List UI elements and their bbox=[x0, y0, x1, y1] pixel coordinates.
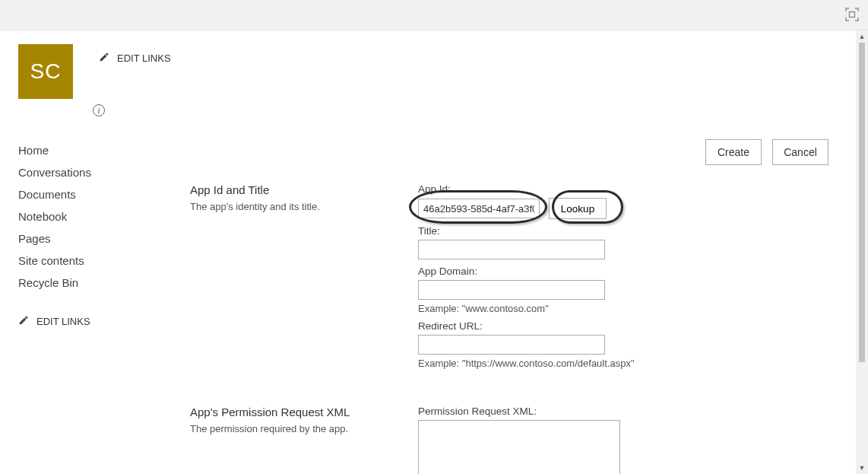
cancel-button[interactable]: Cancel bbox=[772, 139, 828, 165]
create-button[interactable]: Create bbox=[705, 139, 762, 165]
perm-xml-textarea[interactable] bbox=[418, 420, 620, 474]
section-appid-title: App Id and Title bbox=[190, 183, 388, 196]
nav-site-contents[interactable]: Site contents bbox=[18, 250, 170, 272]
lookup-button[interactable]: Lookup bbox=[549, 198, 607, 219]
redirect-url-input[interactable] bbox=[418, 335, 605, 355]
scroll-up-button[interactable]: ▲ bbox=[856, 30, 868, 43]
left-nav: Home Conversations Documents Notebook Pa… bbox=[18, 139, 170, 474]
perm-xml-label: Permission Request XML: bbox=[418, 406, 838, 417]
top-bar bbox=[0, 0, 868, 30]
app-domain-hint: Example: "www.contoso.com" bbox=[418, 303, 838, 314]
redirect-url-hint: Example: "https://www.contoso.com/defaul… bbox=[418, 358, 838, 369]
nav-notebook[interactable]: Notebook bbox=[18, 205, 170, 227]
title-label: Title: bbox=[418, 225, 838, 237]
section-perm-title: App's Permission Request XML bbox=[190, 406, 388, 418]
section-appid-subtitle: The app's identity and its title. bbox=[190, 201, 388, 212]
edit-links-top-label: EDIT LINKS bbox=[117, 52, 171, 64]
pencil-icon bbox=[18, 315, 29, 328]
nav-conversations[interactable]: Conversations bbox=[18, 161, 170, 183]
nav-recycle-bin[interactable]: Recycle Bin bbox=[18, 272, 170, 294]
pencil-icon bbox=[99, 52, 109, 65]
form-area: Create Cancel App Id and Title The app's… bbox=[170, 139, 838, 474]
nav-pages[interactable]: Pages bbox=[18, 227, 170, 250]
scrollbar-track[interactable] bbox=[856, 43, 868, 462]
fullscreen-icon[interactable] bbox=[845, 8, 859, 21]
section-perm-subtitle: The permission required by the app. bbox=[190, 423, 388, 434]
edit-links-top[interactable]: EDIT LINKS bbox=[99, 52, 171, 65]
scroll-down-button[interactable]: ▼ bbox=[856, 462, 868, 474]
site-logo-tile[interactable]: SC bbox=[18, 44, 73, 99]
app-domain-label: App Domain: bbox=[418, 266, 838, 277]
scrollbar-thumb[interactable] bbox=[859, 43, 865, 362]
edit-links-nav[interactable]: EDIT LINKS bbox=[18, 315, 170, 328]
edit-links-nav-label: EDIT LINKS bbox=[36, 316, 90, 327]
svg-rect-0 bbox=[850, 12, 855, 17]
nav-home[interactable]: Home bbox=[18, 139, 170, 161]
title-input[interactable] bbox=[418, 240, 605, 259]
site-logo-text: SC bbox=[30, 59, 62, 84]
info-icon[interactable]: i bbox=[93, 104, 105, 116]
nav-documents[interactable]: Documents bbox=[18, 183, 170, 205]
app-id-input[interactable] bbox=[418, 199, 540, 218]
app-id-label: App Id: bbox=[418, 183, 838, 195]
redirect-url-label: Redirect URL: bbox=[418, 320, 838, 332]
app-domain-input[interactable] bbox=[418, 280, 605, 300]
